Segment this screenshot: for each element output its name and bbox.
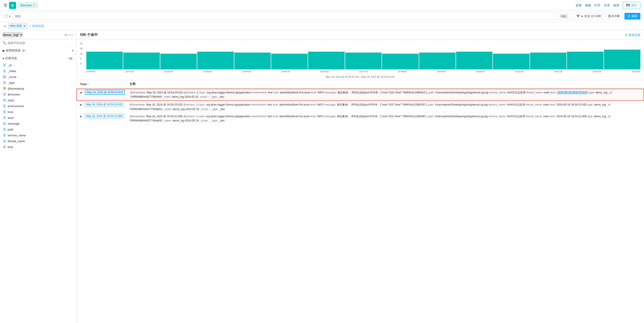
refresh-button[interactable]: ↺ 刷新 [624, 13, 640, 19]
chart-bar[interactable] [308, 52, 344, 69]
row-doc: @timestamp: May 18, 2024 @ 18:54:24.810 … [130, 90, 640, 99]
row-expand-icon[interactable]: ▶ [80, 90, 85, 94]
more-options-icon[interactable]: ••• [64, 33, 68, 37]
chart-bar[interactable] [493, 54, 529, 69]
chart-bar[interactable] [197, 52, 234, 69]
sort-icon[interactable]: ↓ [88, 82, 89, 86]
field-search-input[interactable] [8, 41, 74, 45]
chart-x-label: 18:50:00 [476, 70, 484, 73]
chart-x-label: 18:52:00 [554, 70, 562, 73]
kql-badge[interactable]: KQL [560, 14, 568, 18]
field-list: t_idt_index#_scoret_type📅@timestampt@ver… [0, 62, 76, 150]
field-item-message[interactable]: tmessage [0, 121, 76, 126]
type-filter-count: 0 [21, 49, 26, 52]
index-name-button[interactable]: demo_log* ▾ [3, 32, 22, 37]
table-row: ▶May 18, 2024 @ 18:54:21.806@timestamp: … [76, 113, 644, 124]
time-range-select[interactable]: 📅 ▾ 过去 15 分钟 [574, 12, 603, 20]
save-icon: 💾 [626, 3, 630, 7]
chart-x-label: 18:44:00 [242, 70, 251, 73]
save-button[interactable]: 💾 保存 [623, 2, 640, 9]
time-cell[interactable]: May 18, 2024 @ 18:54:23.035 [84, 102, 124, 107]
field-type-icon: t [3, 92, 6, 96]
main-layout: demo_log* ▾ ••• ⟵ 🔍 ▶ 按类型筛选 0 ▾ ▾ [0, 30, 644, 323]
inspect-button[interactable]: 检查 [614, 3, 619, 7]
field-type-icon: t [3, 128, 6, 131]
field-item-_id[interactable]: t_id [0, 62, 76, 68]
chart-options-button[interactable]: ⚙ 图表选项 [625, 33, 640, 37]
time-cell[interactable]: May 18, 2024 @ 18:54:24.810 [85, 90, 125, 95]
field-type-icon: t [3, 81, 6, 84]
field-name: level [8, 116, 14, 119]
field-item-host[interactable]: thost [0, 109, 76, 115]
index-actions: ••• ⟵ [64, 33, 74, 37]
top-nav: ☰ D Discover ✓ 选项 新建 打开 共享 检查 💾 保存 [0, 0, 644, 11]
field-item-_index[interactable]: t_index [0, 68, 76, 74]
field-item-_score[interactable]: #_score [0, 74, 76, 80]
search-input[interactable] [15, 14, 560, 18]
add-filter-button[interactable]: + 添加筛选 [30, 24, 44, 28]
field-item-path[interactable]: tpath [0, 126, 76, 132]
chart-x-label: 18:42:00 [164, 70, 173, 73]
field-name: service_name [8, 134, 26, 137]
chart-x-label: 18:45:00 [281, 70, 290, 73]
chart-bar[interactable] [419, 52, 456, 69]
chart-bar[interactable] [160, 54, 197, 69]
filter-close-icon[interactable]: ✕ [24, 24, 26, 28]
chart-x-label: 18:54:00 [632, 70, 640, 73]
share-button[interactable]: 共享 [604, 3, 610, 7]
field-item-environment[interactable]: tenvironment [0, 103, 76, 109]
field-type-icon: t [3, 104, 6, 108]
field-item-@version[interactable]: t@version [0, 91, 76, 97]
show-date-button[interactable]: 显示日期 [605, 12, 623, 20]
time-filter-tag[interactable]: time: 存在 ✕ [8, 23, 28, 29]
chart-bar[interactable] [530, 52, 566, 69]
field-item-thread_name[interactable]: tthread_name [0, 138, 76, 144]
chart-y-label: 15 [80, 47, 82, 50]
table-row: ▶May 18, 2024 @ 18:54:23.035@timestamp: … [76, 101, 644, 113]
discover-button[interactable]: Discover ✓ [18, 2, 38, 8]
row-expand-icon[interactable]: ▶ [80, 103, 84, 106]
chart-bar[interactable] [86, 52, 123, 69]
chart-y-label: 5 [80, 57, 82, 60]
field-name: time [8, 145, 13, 149]
chart-bar[interactable] [345, 52, 382, 69]
table-container: Time ↓ 文档 ▶May 18, 2024 @ 18:54:24.810@t… [76, 80, 644, 323]
row-time: May 18, 2024 @ 18:54:23.035 [84, 103, 130, 106]
search-input-wrap[interactable]: KQL [12, 12, 570, 20]
field-item-@timestamp[interactable]: 📅@timestamp [0, 86, 76, 91]
chart-y-label: 20 [80, 42, 82, 45]
chart-bar[interactable] [123, 52, 160, 69]
chart-bar[interactable] [456, 52, 492, 69]
field-item-level[interactable]: tlevel [0, 115, 76, 121]
menu-icon[interactable]: ☰ [4, 3, 7, 8]
field-type-icon: # [3, 75, 6, 79]
field-name: @timestamp [8, 87, 24, 90]
chevron-down-icon: ▾ [20, 33, 22, 37]
results-header: 596 个命中 ⚙ 图表选项 [76, 30, 644, 40]
chart-bar[interactable] [382, 54, 418, 69]
chart-bar[interactable] [271, 54, 308, 69]
field-item-clazz[interactable]: tclazz [0, 97, 76, 103]
options-button[interactable]: 选项 [576, 3, 582, 7]
collapse-icon[interactable]: ⟵ [69, 33, 74, 37]
field-search[interactable]: 🔍 [0, 39, 76, 47]
chart-time-range: May 18, 2024 @ 18:39:29.225 - May 18, 20… [80, 75, 640, 80]
open-button[interactable]: 打开 [594, 3, 600, 7]
field-item-time[interactable]: ttime [0, 144, 76, 150]
available-fields-label: ▾ 可用字段 [3, 56, 17, 60]
row-expand-icon[interactable]: ▶ [80, 114, 84, 118]
dropdown-icon[interactable]: ▾ [9, 14, 10, 18]
type-filter-row[interactable]: ▶ 按类型筛选 0 ▾ [0, 47, 76, 54]
chart-bar[interactable] [604, 50, 640, 69]
chart-bar[interactable] [234, 52, 271, 69]
chart-bars [86, 42, 640, 69]
nav-right: 选项 新建 打开 共享 检查 💾 保存 [576, 2, 640, 9]
type-filter-label: ▶ 按类型筛选 0 [3, 48, 26, 52]
new-button[interactable]: 新建 [585, 3, 591, 7]
calendar-icon: 📅 [576, 14, 580, 18]
chart-bar[interactable] [567, 52, 603, 69]
time-cell[interactable]: May 18, 2024 @ 18:54:21.806 [84, 114, 124, 118]
field-item-service_name[interactable]: tservice_name [0, 132, 76, 138]
field-item-_type[interactable]: t_type [0, 80, 76, 86]
chart-y-label: 0 [80, 62, 82, 65]
